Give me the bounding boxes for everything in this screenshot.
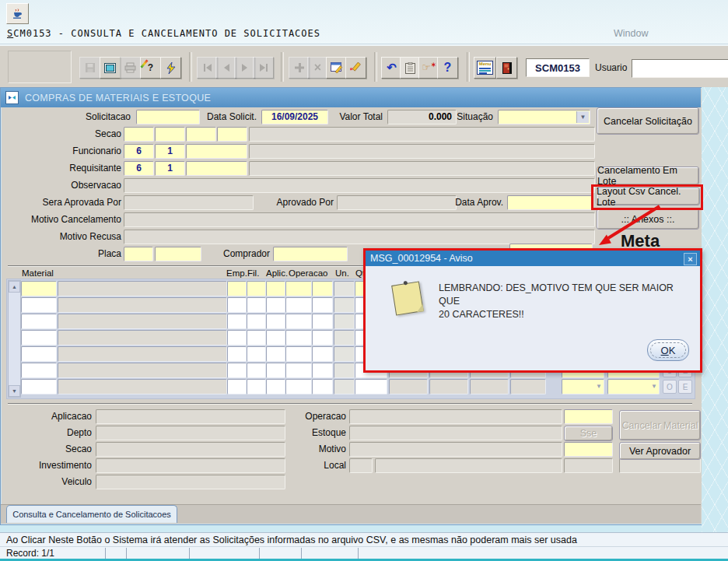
table-cell-fil[interactable] (247, 314, 266, 329)
table-cell-emp[interactable] (227, 346, 247, 362)
motivo-cod-field[interactable] (564, 442, 613, 457)
table-cell-un[interactable] (334, 346, 355, 362)
table-cell-emp[interactable] (227, 363, 247, 378)
scroll-down-icon[interactable]: ▼ (9, 385, 20, 397)
table-cell-material[interactable] (21, 330, 57, 345)
display-button[interactable] (100, 57, 121, 79)
window-titlebar[interactable]: COMPRAS DE MATERIAIS E ESTOQUE (1, 88, 701, 107)
table-cell-emp[interactable] (227, 314, 247, 329)
table-cell-emp[interactable] (227, 281, 247, 296)
menu-window[interactable]: Window (614, 28, 648, 39)
requisitante-emp-field[interactable]: 6 (124, 161, 154, 176)
table-cell-un[interactable] (334, 379, 355, 394)
secao-field-2[interactable] (155, 127, 185, 142)
requisitante-cod-field[interactable] (186, 161, 247, 176)
anexos-button[interactable]: .:: Anexos ::. (597, 209, 699, 230)
table-cell-operacao[interactable] (285, 314, 312, 329)
table-cell-aplic[interactable] (266, 379, 285, 394)
secao-field-1[interactable] (124, 127, 154, 142)
placa-field-2[interactable] (155, 247, 201, 261)
exit-button[interactable] (496, 57, 517, 79)
table-cell-operacao2[interactable] (312, 346, 333, 362)
table-cell-aplic[interactable] (266, 281, 285, 296)
menu-module-button[interactable]: Menu (474, 57, 496, 79)
lov-button[interactable]: ☞✶ (418, 57, 439, 79)
operacao-cod-field[interactable] (564, 409, 613, 424)
help-button[interactable]: ? (437, 57, 458, 79)
table-cell-emp[interactable] (227, 379, 247, 394)
table-cell-aplic[interactable] (266, 297, 285, 313)
chevron-down-icon[interactable]: ▼ (651, 383, 657, 390)
comprador-field[interactable] (273, 247, 348, 261)
row-e-button[interactable]: E (678, 380, 692, 394)
previous-record-button[interactable] (215, 57, 236, 79)
table-cell-operacao[interactable] (285, 281, 312, 296)
save-button[interactable] (79, 57, 100, 79)
table-cell-operacao2[interactable] (312, 330, 333, 345)
usuario-input[interactable] (632, 59, 728, 78)
table-cell-un[interactable] (334, 281, 355, 296)
table-cell-operacao[interactable] (285, 363, 312, 378)
data-aprov-field[interactable] (507, 195, 593, 210)
delete-record-button[interactable]: × (307, 57, 328, 79)
last-record-button[interactable] (253, 57, 274, 79)
enter-query-button[interactable]: ? (140, 57, 161, 79)
chevron-down-icon[interactable]: ▼ (576, 111, 589, 123)
table-cell-emp[interactable] (227, 330, 247, 345)
scroll-up-icon[interactable]: ▲ (9, 281, 20, 293)
table-cell-fil[interactable] (247, 281, 266, 296)
table-cell-un[interactable] (334, 314, 355, 329)
table-cell-situacao2[interactable]: ▼ (607, 379, 660, 394)
table-cell-operacao2[interactable] (312, 314, 333, 329)
table-cell-material[interactable] (21, 379, 57, 394)
table-cell-operacao[interactable] (285, 297, 312, 313)
funcionario-fil-field[interactable]: 1 (155, 144, 185, 159)
table-cell-operacao2[interactable] (312, 297, 333, 313)
first-record-button[interactable] (197, 57, 218, 79)
data-solicit-field[interactable]: 16/09/2025 (261, 110, 328, 124)
ver-aprovador-button[interactable]: Ver Aprovador (619, 442, 701, 460)
table-cell-aplic[interactable] (266, 363, 285, 378)
funcionario-emp-field[interactable]: 6 (124, 144, 154, 159)
placa-field-1[interactable] (124, 247, 153, 261)
situacao-combo[interactable]: ▼ (498, 110, 590, 124)
secao-field-4[interactable] (217, 127, 247, 142)
table-cell-operacao[interactable] (285, 346, 312, 362)
next-record-button[interactable] (234, 57, 255, 79)
table-cell-situacao1[interactable]: ▼ (562, 379, 604, 394)
table-cell-fil[interactable] (247, 363, 266, 378)
layout-csv-cancel-lote-button[interactable]: Layout Csv Cancel. Lote (596, 188, 700, 205)
table-scrollbar[interactable]: ▲ ▼ (8, 280, 21, 398)
table-cell-material[interactable] (21, 363, 57, 378)
clear-record-button[interactable] (345, 57, 366, 79)
clipboard-button[interactable] (400, 57, 421, 79)
undo-button[interactable]: ↶ (381, 57, 402, 79)
table-cell-material[interactable] (21, 281, 57, 296)
table-cell-fil[interactable] (247, 346, 266, 362)
menu-form-title[interactable]: SCM0153 - CONSULTA E CANCELAMENTO DE SOL… (7, 28, 320, 39)
table-cell-operacao2[interactable] (312, 281, 333, 296)
table-cell-material[interactable] (21, 297, 57, 313)
table-cell-operacao2[interactable] (312, 363, 333, 378)
table-cell-un[interactable] (334, 363, 355, 378)
dialog-close-button[interactable]: × (684, 253, 697, 265)
table-cell-aplic[interactable] (266, 346, 285, 362)
table-cell-fil[interactable] (247, 330, 266, 345)
print-button[interactable] (120, 57, 141, 79)
query-window-button[interactable] (326, 57, 347, 79)
table-cell-aplic[interactable] (266, 330, 285, 345)
chevron-down-icon[interactable]: ▼ (596, 383, 602, 390)
table-cell-operacao[interactable] (285, 379, 312, 394)
java-launcher-button[interactable] (6, 3, 29, 24)
sse-button[interactable]: Sse (564, 426, 613, 441)
solicitacao-field[interactable] (136, 110, 200, 124)
table-cell-operacao2[interactable] (312, 379, 333, 394)
table-cell-fil[interactable] (247, 297, 266, 313)
insert-record-button[interactable] (289, 57, 310, 79)
secao-field-3[interactable] (186, 127, 216, 142)
cancelar-material-button[interactable]: Cancelar Material (619, 410, 701, 440)
table-cell-emp[interactable] (227, 297, 247, 313)
table-cell-un[interactable] (334, 330, 355, 345)
ok-button[interactable]: OK (647, 339, 689, 361)
table-cell-material[interactable] (21, 314, 57, 329)
